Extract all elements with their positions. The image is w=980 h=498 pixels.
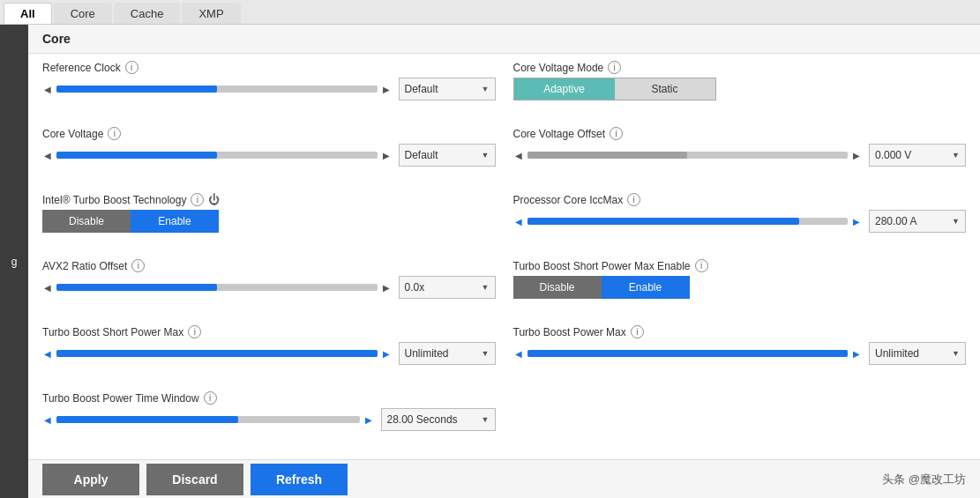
reference-clock-right-arrow[interactable]: ▶ [381, 84, 392, 94]
core-voltage-offset-info-icon[interactable]: i [610, 127, 623, 140]
intel-turbo-disable-button[interactable]: Disable [42, 210, 131, 233]
turbo-boost-short-power-max-slider-row: ◀ ▶ [42, 348, 392, 359]
core-voltage-info-icon[interactable]: i [108, 127, 121, 140]
turbo-boost-short-power-max-enable-block: Turbo Boost Short Power Max Enable i Dis… [513, 259, 967, 320]
reference-clock-slider-row: ◀ ▶ [42, 84, 392, 94]
core-voltage-dropdown-arrow: ▼ [482, 151, 490, 160]
turbo-boost-power-max-slider-row: ◀ ▶ [513, 348, 863, 359]
avx2-ratio-offset-label: AVX2 Ratio Offset i [42, 259, 496, 272]
tab-xmp[interactable]: XMP [182, 3, 240, 24]
watermark: 头条 @魔改工坊 [882, 472, 966, 487]
core-voltage-left-arrow[interactable]: ◀ [42, 150, 53, 160]
processor-core-iccmax-slider-row: ◀ ▶ [513, 216, 863, 227]
turbo-boost-power-max-info-icon[interactable]: i [631, 325, 644, 338]
reference-clock-slider[interactable] [56, 85, 378, 93]
core-voltage-mode-toggle: Adaptive Static [513, 78, 716, 100]
processor-core-iccmax-slider[interactable] [527, 218, 849, 225]
core-voltage-block: Core Voltage i ◀ ▶ Default ▼ [42, 127, 496, 188]
avx2-ratio-offset-dropdown[interactable]: 0.0x ▼ [399, 276, 496, 299]
avx2-ratio-offset-dropdown-arrow: ▼ [482, 283, 490, 292]
intel-turbo-toggle: Disable Enable [42, 210, 219, 233]
turbo-boost-power-max-controls: ◀ ▶ Unlimited ▼ [513, 342, 967, 365]
turbo-boost-short-power-max-enable-enable-button[interactable]: Enable [602, 276, 690, 299]
avx2-ratio-offset-block: AVX2 Ratio Offset i ◀ ▶ 0.0x ▼ [42, 259, 496, 320]
apply-button[interactable]: Apply [42, 464, 139, 495]
intel-turbo-power-icon[interactable]: ⏻ [208, 193, 220, 206]
processor-core-iccmax-controls: ◀ ▶ 280.00 A ▼ [513, 210, 967, 233]
turbo-boost-short-power-max-right-arrow[interactable]: ▶ [381, 348, 392, 359]
avx2-ratio-offset-info-icon[interactable]: i [131, 259, 145, 272]
turbo-boost-power-max-dropdown-arrow: ▼ [952, 349, 960, 358]
turbo-boost-power-max-left-arrow[interactable]: ◀ [513, 348, 524, 359]
reference-clock-info-icon[interactable]: i [125, 61, 138, 74]
turbo-boost-power-max-right-arrow[interactable]: ▶ [851, 348, 862, 359]
turbo-boost-short-power-max-info-icon[interactable]: i [188, 325, 201, 338]
turbo-boost-power-max-label: Turbo Boost Power Max i [513, 325, 967, 338]
turbo-boost-power-time-window-label: Turbo Boost Power Time Window i [42, 391, 496, 405]
turbo-boost-short-power-max-dropdown[interactable]: Unlimited ▼ [399, 342, 496, 365]
avx2-ratio-offset-right-arrow[interactable]: ▶ [381, 282, 392, 293]
core-voltage-controls: ◀ ▶ Default ▼ [42, 144, 496, 167]
core-voltage-offset-left-arrow[interactable]: ◀ [513, 150, 524, 160]
turbo-boost-power-time-window-slider[interactable] [56, 416, 360, 423]
processor-core-iccmax-dropdown-arrow: ▼ [952, 217, 960, 226]
core-voltage-offset-dropdown-arrow: ▼ [952, 151, 960, 160]
intel-turbo-enable-button[interactable]: Enable [131, 210, 219, 233]
core-voltage-offset-dropdown[interactable]: 0.000 V ▼ [869, 144, 966, 167]
turbo-boost-short-power-max-controls: ◀ ▶ Unlimited ▼ [42, 342, 496, 365]
turbo-boost-short-power-max-enable-disable-button[interactable]: Disable [513, 276, 602, 299]
section-title: Core [42, 32, 71, 46]
core-voltage-offset-right-arrow[interactable]: ▶ [851, 150, 862, 160]
core-voltage-offset-block: Core Voltage Offset i ◀ ▶ 0.000 V ▼ [513, 127, 967, 188]
turbo-boost-short-power-max-enable-info-icon[interactable]: i [695, 259, 708, 272]
avx2-ratio-offset-slider[interactable] [56, 284, 378, 291]
processor-core-iccmax-block: Processor Core IccMax i ◀ ▶ 280.00 A ▼ [513, 193, 967, 254]
tab-core[interactable]: Core [54, 3, 112, 24]
processor-core-iccmax-right-arrow[interactable]: ▶ [851, 216, 862, 227]
core-voltage-mode-info-icon[interactable]: i [608, 61, 621, 74]
reference-clock-block: Reference Clock i ◀ ▶ Default ▼ [42, 61, 496, 122]
processor-core-iccmax-info-icon[interactable]: i [627, 193, 640, 206]
core-voltage-offset-slider[interactable] [527, 152, 849, 159]
tab-cache[interactable]: Cache [114, 3, 181, 24]
processor-core-iccmax-left-arrow[interactable]: ◀ [513, 216, 524, 227]
settings-grid: Reference Clock i ◀ ▶ Default ▼ [28, 54, 980, 459]
reference-clock-dropdown[interactable]: Default ▼ [399, 78, 496, 100]
turbo-boost-power-max-slider[interactable] [527, 350, 849, 357]
core-voltage-slider[interactable] [56, 152, 378, 159]
adaptive-button[interactable]: Adaptive [514, 78, 615, 100]
turbo-boost-power-time-window-info-icon[interactable]: i [204, 391, 217, 405]
refresh-button[interactable]: Refresh [251, 464, 348, 495]
core-voltage-offset-label: Core Voltage Offset i [513, 127, 967, 140]
core-voltage-label: Core Voltage i [42, 127, 496, 140]
avx2-ratio-offset-controls: ◀ ▶ 0.0x ▼ [42, 276, 496, 299]
tab-bar: All Core Cache XMP [0, 0, 980, 25]
main-panel: Core Reference Clock i ◀ ▶ [28, 25, 980, 498]
turbo-boost-power-time-window-slider-row: ◀ ▶ [42, 414, 374, 425]
avx2-ratio-offset-left-arrow[interactable]: ◀ [42, 282, 53, 293]
turbo-boost-power-time-window-left-arrow[interactable]: ◀ [42, 414, 53, 425]
discard-button[interactable]: Discard [146, 464, 243, 495]
turbo-boost-short-power-max-dropdown-arrow: ▼ [482, 349, 490, 358]
turbo-boost-short-power-max-left-arrow[interactable]: ◀ [42, 348, 53, 359]
turbo-boost-power-time-window-right-arrow[interactable]: ▶ [363, 414, 374, 425]
core-voltage-offset-controls: ◀ ▶ 0.000 V ▼ [513, 144, 967, 167]
footer: Apply Discard Refresh 头条 @魔改工坊 [28, 459, 980, 498]
core-voltage-mode-label: Core Voltage Mode i [513, 61, 967, 74]
core-voltage-right-arrow[interactable]: ▶ [381, 150, 392, 160]
reference-clock-left-arrow[interactable]: ◀ [42, 84, 53, 94]
reference-clock-controls: ◀ ▶ Default ▼ [42, 78, 496, 100]
turbo-boost-short-power-max-slider[interactable] [56, 350, 378, 357]
avx2-ratio-offset-slider-row: ◀ ▶ [42, 282, 392, 293]
reference-clock-label: Reference Clock i [42, 61, 496, 74]
static-button[interactable]: Static [615, 78, 715, 100]
intel-turbo-block: Intel® Turbo Boost Technology i ⏻ Disabl… [42, 193, 496, 254]
turbo-boost-short-power-max-enable-toggle: Disable Enable [513, 276, 690, 299]
turbo-boost-power-max-dropdown[interactable]: Unlimited ▼ [869, 342, 966, 365]
processor-core-iccmax-dropdown[interactable]: 280.00 A ▼ [869, 210, 966, 233]
intel-turbo-info-icon[interactable]: i [191, 193, 204, 206]
processor-core-iccmax-label: Processor Core IccMax i [513, 193, 967, 206]
tab-all[interactable]: All [4, 3, 52, 24]
core-voltage-dropdown[interactable]: Default ▼ [399, 144, 496, 167]
turbo-boost-power-time-window-dropdown[interactable]: 28.00 Seconds ▼ [381, 408, 496, 431]
